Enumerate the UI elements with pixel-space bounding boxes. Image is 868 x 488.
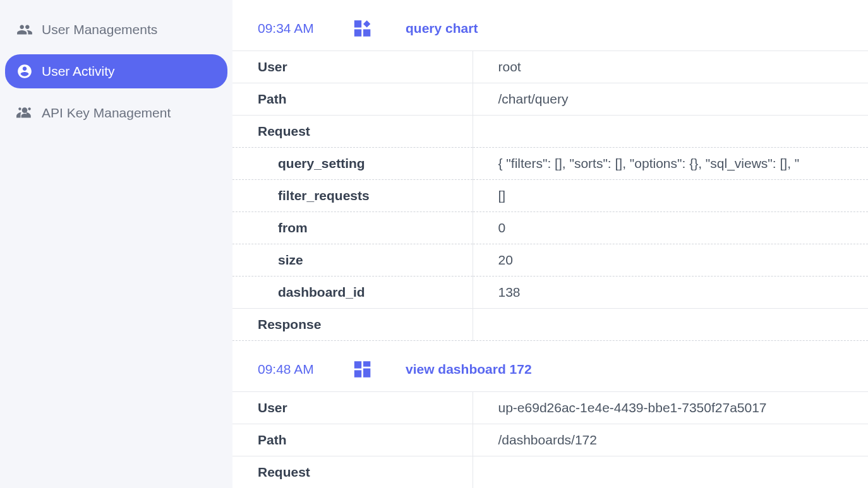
detail-key-path: Path xyxy=(232,424,473,456)
activity-icon xyxy=(16,63,33,80)
dashboard-icon xyxy=(353,359,374,380)
detail-key-param: from xyxy=(232,212,473,244)
users-icon xyxy=(16,21,33,38)
detail-value-param: 138 xyxy=(473,277,868,309)
activity-time: 09:34 AM xyxy=(258,21,321,36)
sidebar-item-api-key-management[interactable]: API Key Management xyxy=(5,96,227,130)
activity-detail-table: User up-e69d26ac-1e4e-4439-bbe1-7350f27a… xyxy=(232,391,868,488)
detail-key-param: filter_requests xyxy=(232,180,473,212)
table-row: Path /dashboards/172 xyxy=(232,424,868,456)
svg-rect-1 xyxy=(354,29,361,36)
detail-key-user: User xyxy=(232,392,473,424)
sidebar-item-user-managements[interactable]: User Managements xyxy=(5,13,227,47)
table-row: from 0 xyxy=(232,212,868,244)
detail-key-user: User xyxy=(232,51,473,83)
detail-value-path: /chart/query xyxy=(473,83,868,116)
detail-value-param: 20 xyxy=(473,244,868,277)
sidebar-item-label: User Managements xyxy=(42,22,157,37)
activity-entry-header: 09:34 AM query chart xyxy=(232,0,868,51)
activity-detail-table: User root Path /chart/query Request quer… xyxy=(232,51,868,341)
table-row: size 20 xyxy=(232,244,868,277)
svg-rect-0 xyxy=(354,20,361,27)
detail-value xyxy=(473,116,868,148)
table-row: User root xyxy=(232,51,868,83)
detail-key-param: size xyxy=(232,244,473,277)
table-row: Request xyxy=(232,116,868,148)
main-content: 09:34 AM query chart User root Path /cha… xyxy=(232,0,868,488)
activity-entry-header: 09:48 AM view dashboard 172 xyxy=(232,341,868,391)
svg-rect-6 xyxy=(363,369,370,378)
detail-key-param: dashboard_id xyxy=(232,277,473,309)
detail-value-user: up-e69d26ac-1e4e-4439-bbe1-7350f27a5017 xyxy=(473,392,868,424)
detail-key-request: Request xyxy=(232,456,473,489)
table-row: dashboard_id 138 xyxy=(232,277,868,309)
sidebar-item-label: API Key Management xyxy=(42,105,171,121)
table-row: query_setting { "filters": [], "sorts": … xyxy=(232,148,868,180)
table-row: Request xyxy=(232,456,868,489)
table-row: Response xyxy=(232,309,868,341)
sidebar: User Managements User Activity API Key M… xyxy=(0,0,232,488)
sidebar-item-label: User Activity xyxy=(42,64,115,79)
svg-rect-4 xyxy=(354,370,361,377)
detail-key-path: Path xyxy=(232,83,473,116)
chart-icon xyxy=(353,18,374,39)
svg-rect-5 xyxy=(363,361,370,367)
detail-value xyxy=(473,309,868,341)
detail-value-param: 0 xyxy=(473,212,868,244)
api-key-icon xyxy=(16,105,33,121)
activity-time: 09:48 AM xyxy=(258,362,321,377)
detail-key-request: Request xyxy=(232,116,473,148)
table-row: Path /chart/query xyxy=(232,83,868,116)
table-row: User up-e69d26ac-1e4e-4439-bbe1-7350f27a… xyxy=(232,392,868,424)
sidebar-item-user-activity[interactable]: User Activity xyxy=(5,54,227,88)
detail-value-param: { "filters": [], "sorts": [], "options":… xyxy=(473,148,868,180)
svg-rect-3 xyxy=(354,361,361,368)
activity-action: view dashboard 172 xyxy=(406,362,532,377)
table-row: filter_requests [] xyxy=(232,180,868,212)
detail-value-param: [] xyxy=(473,180,868,212)
detail-value-path: /dashboards/172 xyxy=(473,424,868,456)
detail-key-param: query_setting xyxy=(232,148,473,180)
detail-key-response: Response xyxy=(232,309,473,341)
detail-value xyxy=(473,456,868,489)
svg-rect-2 xyxy=(363,29,370,36)
detail-value-user: root xyxy=(473,51,868,83)
activity-action: query chart xyxy=(406,21,478,36)
